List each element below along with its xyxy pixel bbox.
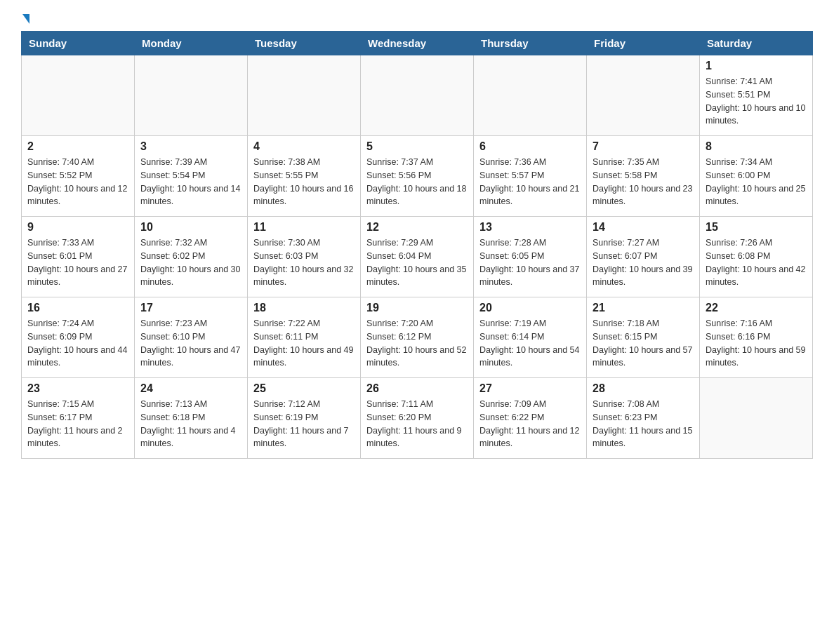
day-number: 9 [27,221,128,234]
day-number: 27 [479,382,581,395]
calendar-cell: 21Sunrise: 7:18 AMSunset: 6:15 PMDayligh… [587,297,700,378]
calendar-cell: 18Sunrise: 7:22 AMSunset: 6:11 PMDayligh… [248,297,361,378]
calendar-cell: 5Sunrise: 7:37 AMSunset: 5:56 PMDaylight… [361,136,474,217]
day-info: Sunrise: 7:15 AMSunset: 6:17 PMDaylight:… [27,398,128,450]
day-info: Sunrise: 7:35 AMSunset: 5:58 PMDaylight:… [593,156,694,208]
day-info: Sunrise: 7:22 AMSunset: 6:11 PMDaylight:… [253,317,355,370]
day-info: Sunrise: 7:12 AMSunset: 6:19 PMDaylight:… [253,398,355,450]
calendar-cell: 15Sunrise: 7:26 AMSunset: 6:08 PMDayligh… [700,217,813,297]
day-info: Sunrise: 7:23 AMSunset: 6:10 PMDaylight:… [140,317,241,370]
day-info: Sunrise: 7:27 AMSunset: 6:07 PMDaylight:… [593,236,694,289]
calendar-cell: 14Sunrise: 7:27 AMSunset: 6:07 PMDayligh… [587,217,700,297]
day-number: 4 [253,140,355,153]
day-number: 24 [140,382,241,395]
column-header-saturday: Saturday [700,32,813,55]
day-info: Sunrise: 7:09 AMSunset: 6:22 PMDaylight:… [479,398,581,450]
calendar-cell: 12Sunrise: 7:29 AMSunset: 6:04 PMDayligh… [361,217,474,297]
calendar-cell: 26Sunrise: 7:11 AMSunset: 6:20 PMDayligh… [361,378,474,459]
day-number: 5 [366,140,468,153]
day-number: 6 [479,140,581,153]
day-number: 19 [366,302,468,314]
week-row-2: 2Sunrise: 7:40 AMSunset: 5:52 PMDaylight… [22,136,813,217]
column-header-tuesday: Tuesday [248,32,361,55]
day-info: Sunrise: 7:41 AMSunset: 5:51 PMDaylight:… [706,75,807,128]
logo-arrow-icon [22,14,29,24]
logo [21,14,29,24]
column-header-friday: Friday [587,32,700,55]
calendar-cell: 13Sunrise: 7:28 AMSunset: 6:05 PMDayligh… [474,217,587,297]
calendar-cell: 7Sunrise: 7:35 AMSunset: 5:58 PMDaylight… [587,136,700,217]
week-row-3: 9Sunrise: 7:33 AMSunset: 6:01 PMDaylight… [22,217,813,297]
calendar-cell: 8Sunrise: 7:34 AMSunset: 6:00 PMDaylight… [700,136,813,217]
day-number: 28 [593,382,694,395]
day-number: 2 [27,140,128,153]
calendar-cell: 17Sunrise: 7:23 AMSunset: 6:10 PMDayligh… [135,297,248,378]
day-info: Sunrise: 7:11 AMSunset: 6:20 PMDaylight:… [366,398,468,450]
calendar-cell [22,55,135,136]
day-number: 18 [253,302,355,314]
day-info: Sunrise: 7:38 AMSunset: 5:55 PMDaylight:… [253,156,355,208]
calendar-cell: 28Sunrise: 7:08 AMSunset: 6:23 PMDayligh… [587,378,700,459]
calendar-header-row: SundayMondayTuesdayWednesdayThursdayFrid… [22,32,813,55]
day-info: Sunrise: 7:34 AMSunset: 6:00 PMDaylight:… [706,156,807,208]
column-header-monday: Monday [135,32,248,55]
column-header-sunday: Sunday [22,32,135,55]
day-number: 10 [140,221,241,234]
day-number: 8 [706,140,807,153]
day-info: Sunrise: 7:30 AMSunset: 6:03 PMDaylight:… [253,236,355,289]
week-row-5: 23Sunrise: 7:15 AMSunset: 6:17 PMDayligh… [22,378,813,459]
calendar-cell: 20Sunrise: 7:19 AMSunset: 6:14 PMDayligh… [474,297,587,378]
week-row-4: 16Sunrise: 7:24 AMSunset: 6:09 PMDayligh… [22,297,813,378]
day-number: 3 [140,140,241,153]
calendar-cell: 6Sunrise: 7:36 AMSunset: 5:57 PMDaylight… [474,136,587,217]
day-number: 14 [593,221,694,234]
calendar-cell [700,378,813,459]
calendar-cell [587,55,700,136]
day-info: Sunrise: 7:29 AMSunset: 6:04 PMDaylight:… [366,236,468,289]
calendar-cell: 11Sunrise: 7:30 AMSunset: 6:03 PMDayligh… [248,217,361,297]
day-number: 15 [706,221,807,234]
day-info: Sunrise: 7:20 AMSunset: 6:12 PMDaylight:… [366,317,468,370]
calendar-cell: 25Sunrise: 7:12 AMSunset: 6:19 PMDayligh… [248,378,361,459]
day-number: 16 [27,302,128,314]
day-info: Sunrise: 7:16 AMSunset: 6:16 PMDaylight:… [706,317,807,370]
calendar-cell: 2Sunrise: 7:40 AMSunset: 5:52 PMDaylight… [22,136,135,217]
day-info: Sunrise: 7:39 AMSunset: 5:54 PMDaylight:… [140,156,241,208]
day-number: 7 [593,140,694,153]
day-number: 12 [366,221,468,234]
day-number: 26 [366,382,468,395]
calendar-cell [135,55,248,136]
day-number: 20 [479,302,581,314]
day-info: Sunrise: 7:28 AMSunset: 6:05 PMDaylight:… [479,236,581,289]
calendar-cell: 22Sunrise: 7:16 AMSunset: 6:16 PMDayligh… [700,297,813,378]
calendar-cell [474,55,587,136]
column-header-thursday: Thursday [474,32,587,55]
calendar-cell: 19Sunrise: 7:20 AMSunset: 6:12 PMDayligh… [361,297,474,378]
calendar-cell: 23Sunrise: 7:15 AMSunset: 6:17 PMDayligh… [22,378,135,459]
calendar-cell: 1Sunrise: 7:41 AMSunset: 5:51 PMDaylight… [700,55,813,136]
calendar-cell [361,55,474,136]
column-header-wednesday: Wednesday [361,32,474,55]
day-info: Sunrise: 7:13 AMSunset: 6:18 PMDaylight:… [140,398,241,450]
calendar-cell: 27Sunrise: 7:09 AMSunset: 6:22 PMDayligh… [474,378,587,459]
day-info: Sunrise: 7:08 AMSunset: 6:23 PMDaylight:… [593,398,694,450]
calendar-cell: 16Sunrise: 7:24 AMSunset: 6:09 PMDayligh… [22,297,135,378]
page-header [21,14,813,24]
calendar-cell: 4Sunrise: 7:38 AMSunset: 5:55 PMDaylight… [248,136,361,217]
day-number: 17 [140,302,241,314]
day-info: Sunrise: 7:37 AMSunset: 5:56 PMDaylight:… [366,156,468,208]
day-number: 22 [706,302,807,314]
day-number: 25 [253,382,355,395]
calendar-cell: 24Sunrise: 7:13 AMSunset: 6:18 PMDayligh… [135,378,248,459]
day-info: Sunrise: 7:19 AMSunset: 6:14 PMDaylight:… [479,317,581,370]
day-number: 23 [27,382,128,395]
calendar-cell: 10Sunrise: 7:32 AMSunset: 6:02 PMDayligh… [135,217,248,297]
calendar-cell: 3Sunrise: 7:39 AMSunset: 5:54 PMDaylight… [135,136,248,217]
calendar-cell: 9Sunrise: 7:33 AMSunset: 6:01 PMDaylight… [22,217,135,297]
day-number: 21 [593,302,694,314]
day-info: Sunrise: 7:36 AMSunset: 5:57 PMDaylight:… [479,156,581,208]
calendar-cell [248,55,361,136]
day-number: 13 [479,221,581,234]
calendar-table: SundayMondayTuesdayWednesdayThursdayFrid… [21,31,813,459]
day-info: Sunrise: 7:18 AMSunset: 6:15 PMDaylight:… [593,317,694,370]
